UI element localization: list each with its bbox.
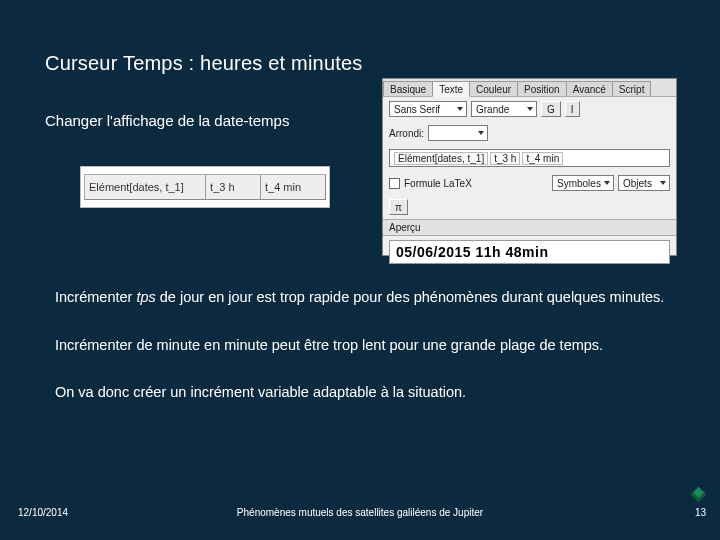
expr2-seg-3: t_4 min: [522, 152, 563, 165]
arrondi-select[interactable]: [428, 125, 488, 141]
italic-button[interactable]: I: [565, 101, 580, 117]
footer-title: Phénomènes mutuels des satellites galilé…: [0, 507, 720, 518]
apercu-preview: 05/06/2015 11h 48min: [389, 240, 670, 264]
expression-textbox[interactable]: Elément[dates, t_1] t_3 h t_4 min: [389, 149, 670, 167]
slide-title: Curseur Temps : heures et minutes: [45, 52, 362, 75]
arrondi-row: Arrondi:: [383, 121, 676, 145]
paragraph-2: Incrémenter de minute en minute peut êtr…: [55, 336, 670, 355]
paragraph-1: Incrémenter tps de jour en jour est trop…: [55, 288, 670, 307]
p1-em: tps: [136, 289, 155, 305]
slide: Curseur Temps : heures et minutes Change…: [0, 0, 720, 540]
tab-texte[interactable]: Texte: [432, 81, 470, 97]
expr2-seg-2: t_3 h: [490, 152, 520, 165]
symboles-select[interactable]: Symboles: [552, 175, 614, 191]
p1-a: Incrémenter: [55, 289, 136, 305]
expr-seg-1: Elément[dates, t_1]: [85, 175, 206, 199]
tab-basique[interactable]: Basique: [383, 81, 433, 96]
expression-panel-small: Elément[dates, t_1] t_3 h t_4 min: [80, 166, 330, 208]
p1-b: de jour en jour est trop rapide pour des…: [156, 289, 665, 305]
latex-checkbox[interactable]: Formule LaTeX: [389, 178, 472, 189]
checkbox-box-icon: [389, 178, 400, 189]
tab-script[interactable]: Script: [612, 81, 652, 96]
expr-seg-2: t_3 h: [206, 175, 261, 199]
pi-row: π: [383, 195, 676, 219]
paragraph-3: On va donc créer un incrément variable a…: [55, 383, 670, 402]
footer-page: 13: [695, 507, 706, 518]
tab-bar: Basique Texte Couleur Position Avancé Sc…: [383, 79, 676, 97]
tab-couleur[interactable]: Couleur: [469, 81, 518, 96]
expr-seg-3: t_4 min: [261, 175, 325, 199]
pi-button[interactable]: π: [389, 199, 408, 215]
properties-dialog: Basique Texte Couleur Position Avancé Sc…: [382, 78, 677, 256]
arrondi-label: Arrondi:: [389, 128, 424, 139]
slide-subtitle: Changer l'affichage de la date-temps: [45, 112, 289, 129]
expression-inset: Elément[dates, t_1] t_3 h t_4 min: [84, 174, 326, 200]
latex-row: Formule LaTeX Symboles Objets: [383, 171, 676, 195]
diamond-icon: [691, 487, 707, 503]
objets-select[interactable]: Objets: [618, 175, 670, 191]
tab-avance[interactable]: Avancé: [566, 81, 613, 96]
expr2-seg-1: Elément[dates, t_1]: [394, 152, 488, 165]
tab-position[interactable]: Position: [517, 81, 567, 96]
latex-label: Formule LaTeX: [404, 178, 472, 189]
bold-button[interactable]: G: [541, 101, 561, 117]
font-row: Sans Serif Grande G I: [383, 97, 676, 121]
font-size-select[interactable]: Grande: [471, 101, 537, 117]
font-family-select[interactable]: Sans Serif: [389, 101, 467, 117]
expression-row: Elément[dates, t_1] t_3 h t_4 min: [383, 145, 676, 171]
apercu-label: Aperçu: [383, 219, 676, 236]
